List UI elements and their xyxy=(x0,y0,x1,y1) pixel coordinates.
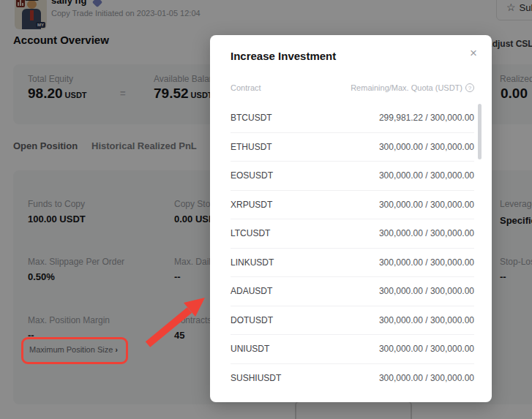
table-row[interactable]: SUSHIUSDT300,000.00 / 300,000.00 xyxy=(231,364,474,393)
contract-cell: LTCUSDT xyxy=(231,228,270,238)
quota-cell: 300,000.00 / 300,000.00 xyxy=(379,228,474,238)
quota-cell: 300,000.00 / 300,000.00 xyxy=(379,257,474,268)
quota-column-header: Remaining/Max. Quota (USDT) ? xyxy=(351,83,474,92)
modal-scrollbar[interactable] xyxy=(478,104,482,159)
table-row[interactable]: EOSUSDT300,000.00 / 300,000.00 xyxy=(231,162,474,191)
contract-cell: ADAUSDT xyxy=(231,286,272,296)
contract-column-header: Contract xyxy=(231,83,261,92)
table-row[interactable]: BTCUSDT299,981.22 / 300,000.00 xyxy=(231,104,474,133)
quota-cell: 300,000.00 / 300,000.00 xyxy=(379,142,474,152)
quota-cell: 299,981.22 / 300,000.00 xyxy=(379,113,474,123)
modal-title: Increase Investment xyxy=(231,50,336,62)
red-arrow-annotation xyxy=(139,289,220,355)
table-row[interactable]: LTCUSDT300,000.00 / 300,000.00 xyxy=(231,219,474,249)
quota-cell: 300,000.00 / 300,000.00 xyxy=(379,373,474,383)
contract-cell: SUSHIUSDT xyxy=(231,373,281,383)
quota-cell: 300,000.00 / 300,000.00 xyxy=(379,170,474,181)
table-row[interactable]: XRPUSDT300,000.00 / 300,000.00 xyxy=(231,191,474,220)
help-icon[interactable]: ? xyxy=(465,83,474,92)
copy-trading-page: MY sally ng Copy Trade Initiated on 2023… xyxy=(0,0,532,419)
table-row[interactable]: UNIUSDT300,000.00 / 300,000.00 xyxy=(231,335,474,364)
increase-investment-modal: Increase Investment × Contract Remaining… xyxy=(210,35,492,402)
table-row[interactable]: DOTUSDT300,000.00 / 300,000.00 xyxy=(231,306,474,336)
highlight-box-annotation xyxy=(21,337,128,364)
quota-cell: 300,000.00 / 300,000.00 xyxy=(379,344,474,354)
quota-cell: 300,000.00 / 300,000.00 xyxy=(379,200,474,210)
contract-cell: BTCUSDT xyxy=(231,113,272,123)
quota-table: BTCUSDT299,981.22 / 300,000.00ETHUSDT300… xyxy=(231,104,474,393)
contract-cell: XRPUSDT xyxy=(231,200,272,210)
quota-cell: 300,000.00 / 300,000.00 xyxy=(379,286,474,296)
table-row[interactable]: ETHUSDT300,000.00 / 300,000.00 xyxy=(231,133,474,162)
contract-cell: ETHUSDT xyxy=(231,142,272,152)
contract-cell: EOSUSDT xyxy=(231,170,273,181)
table-row[interactable]: ADAUSDT300,000.00 / 300,000.00 xyxy=(231,277,474,306)
contract-cell: UNIUSDT xyxy=(231,344,269,354)
quota-table-header: Contract Remaining/Max. Quota (USDT) ? xyxy=(231,83,474,92)
quota-cell: 300,000.00 / 300,000.00 xyxy=(379,315,474,325)
close-icon[interactable]: × xyxy=(465,45,482,61)
table-row[interactable]: LINKUSDT300,000.00 / 300,000.00 xyxy=(231,249,474,278)
contract-cell: LINKUSDT xyxy=(231,257,274,268)
contract-cell: DOTUSDT xyxy=(231,315,273,325)
